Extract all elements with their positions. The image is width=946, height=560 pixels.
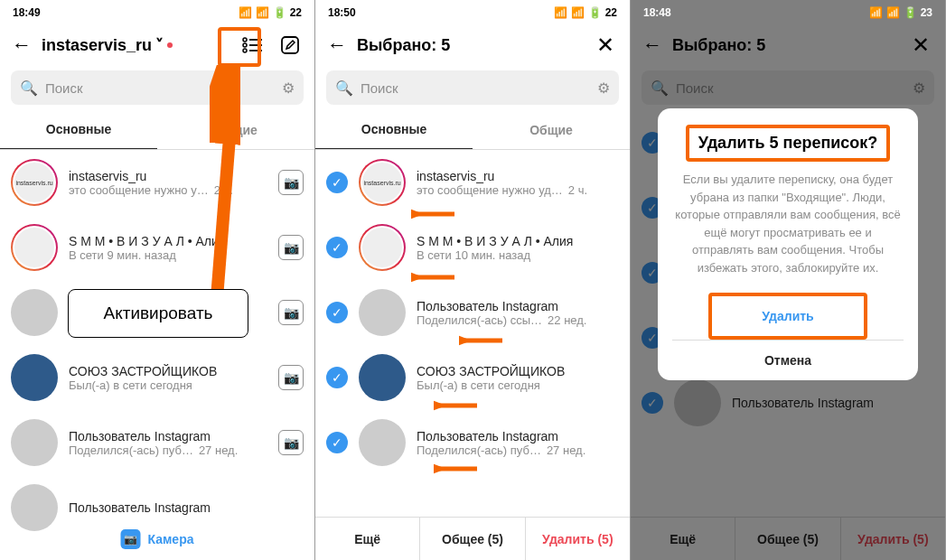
- tabs: Основные Общие: [315, 110, 630, 150]
- avatar[interactable]: [359, 419, 406, 466]
- chat-list: ✓ instaservis.ru instaservis_ruэто сообщ…: [315, 150, 630, 475]
- callout-label: Активировать: [68, 289, 248, 338]
- svg-line-7: [217, 69, 235, 298]
- wifi-icon: 📶: [571, 6, 585, 19]
- avatar[interactable]: [359, 289, 406, 336]
- svg-rect-6: [282, 37, 298, 53]
- screen-1: 18:49 📶 📶 🔋 22 ← instaservis_ru ˅ 🔍 Поис…: [0, 0, 315, 560]
- search-icon: 🔍: [335, 79, 353, 97]
- highlight-delete-btn: Удалить: [708, 293, 867, 340]
- modal-title: Удалить 5 переписок?: [689, 128, 887, 158]
- battery-icon: 🔋: [273, 6, 286, 19]
- checkbox-checked[interactable]: ✓: [326, 432, 348, 453]
- confirm-modal: Удалить 5 переписок? Если вы удалите пер…: [658, 108, 918, 380]
- header: ← Выбрано: 5 ✕: [631, 25, 945, 65]
- action-more: Ещё: [631, 518, 735, 560]
- avatar[interactable]: [359, 224, 406, 271]
- header: ← instaservis_ru ˅: [0, 25, 314, 65]
- status-bar: 18:48 📶📶🔋23: [631, 0, 945, 25]
- search-icon: 🔍: [20, 79, 38, 97]
- avatar[interactable]: [11, 354, 58, 401]
- status-icons: 📶 📶 🔋 22: [239, 6, 302, 19]
- arrow-annotation: [411, 208, 456, 220]
- status-time: 18:50: [328, 6, 356, 19]
- camera-icon[interactable]: 📷: [278, 300, 304, 325]
- tabs: Основные Общие: [0, 110, 314, 150]
- modal-text: Если вы удалите переписку, она будет убр…: [672, 171, 904, 276]
- battery-pct: 22: [290, 6, 302, 19]
- screen-2: 18:50 📶📶🔋22 ← Выбрано: 5 ✕ 🔍 Поиск ⚙ Осн…: [315, 0, 631, 560]
- chat-row[interactable]: СОЮЗ ЗАСТРОЙЩИКОВ Был(-а) в сети сегодня…: [0, 345, 314, 410]
- chat-row[interactable]: ✓ S M M • В И З У А Л • АлияВ сети 10 ми…: [315, 215, 630, 280]
- avatar[interactable]: instaservis.ru: [11, 159, 58, 206]
- action-general[interactable]: Общее (5): [420, 518, 525, 560]
- avatar[interactable]: [11, 484, 58, 531]
- status-time: 18:49: [13, 6, 41, 19]
- highlight-list-icon: [218, 27, 261, 67]
- avatar[interactable]: [11, 224, 58, 271]
- page-title: Выбрано: 5: [672, 36, 898, 55]
- back-icon[interactable]: ←: [9, 33, 34, 58]
- checkbox-checked[interactable]: ✓: [326, 172, 348, 193]
- status-bar: 18:49 📶 📶 🔋 22: [0, 0, 314, 25]
- tab-primary[interactable]: Основные: [0, 110, 157, 149]
- action-more[interactable]: Ещё: [315, 518, 420, 560]
- avatar[interactable]: [11, 419, 58, 466]
- avatar[interactable]: [359, 354, 406, 401]
- search-bar[interactable]: 🔍 Поиск ⚙: [326, 70, 619, 105]
- battery-icon: 🔋: [904, 6, 917, 19]
- arrow-annotation: [411, 271, 456, 284]
- signal-icon: 📶: [554, 6, 567, 19]
- modal-delete-button[interactable]: Удалить: [712, 296, 864, 336]
- close-icon[interactable]: ✕: [590, 30, 621, 61]
- page-title: Выбрано: 5: [357, 36, 583, 55]
- chat-row[interactable]: ✓ instaservis.ru instaservis_ruэто сообщ…: [315, 150, 630, 215]
- checkbox-checked: ✓: [642, 392, 663, 414]
- avatar[interactable]: [11, 289, 58, 336]
- status-bar: 18:50 📶📶🔋22: [315, 0, 630, 25]
- action-delete: Удалить (5): [841, 518, 945, 560]
- chat-row[interactable]: S M M • В И З У А Л • Алия В сети 9 мин.…: [0, 215, 314, 280]
- checkbox-checked[interactable]: ✓: [326, 367, 348, 388]
- status-time: 18:48: [643, 6, 671, 19]
- battery-icon: 🔋: [588, 6, 602, 19]
- wifi-icon: 📶: [886, 6, 900, 19]
- bottom-actions: Ещё Общее (5) Удалить (5): [631, 517, 945, 560]
- search-placeholder: Поиск: [45, 80, 83, 96]
- chat-row[interactable]: instaservis.ru instaservis_ru это сообще…: [0, 150, 314, 215]
- back-icon: ←: [640, 33, 665, 58]
- chat-row[interactable]: Пользователь Instagram Поделился(-ась) п…: [0, 410, 314, 475]
- tab-general[interactable]: Общие: [473, 110, 630, 149]
- chat-list: instaservis.ru instaservis_ru это сообще…: [0, 150, 314, 540]
- signal-icon: 📶: [869, 6, 883, 19]
- search-bar[interactable]: 🔍 Поиск ⚙: [11, 70, 304, 105]
- search-icon: 🔍: [651, 79, 669, 97]
- header: ← Выбрано: 5 ✕: [315, 25, 630, 65]
- filter-icon[interactable]: ⚙: [282, 79, 295, 97]
- camera-button[interactable]: 📷 Камера: [110, 524, 205, 555]
- tab-primary[interactable]: Основные: [315, 110, 473, 149]
- arrow-annotation: [434, 462, 479, 475]
- action-delete[interactable]: Удалить (5): [526, 518, 630, 560]
- filter-icon[interactable]: ⚙: [597, 79, 610, 97]
- page-title[interactable]: instaservis_ru ˅: [42, 35, 229, 55]
- avatar[interactable]: instaservis.ru: [359, 159, 406, 206]
- camera-icon[interactable]: 📷: [278, 235, 304, 260]
- camera-icon[interactable]: 📷: [278, 430, 304, 455]
- back-icon[interactable]: ←: [324, 33, 350, 58]
- camera-icon[interactable]: 📷: [278, 365, 304, 390]
- notification-dot: [167, 42, 173, 48]
- modal-cancel-button[interactable]: Отмена: [672, 340, 904, 380]
- checkbox-checked[interactable]: ✓: [326, 302, 348, 323]
- compose-icon[interactable]: [275, 30, 305, 61]
- camera-icon[interactable]: 📷: [278, 170, 304, 195]
- arrow-annotation: [459, 334, 504, 347]
- highlight-modal-title: Удалить 5 переписок?: [686, 125, 891, 162]
- filter-icon: ⚙: [913, 79, 925, 97]
- screen-3: 18:48 📶📶🔋23 ← Выбрано: 5 ✕ 🔍Поиск⚙ ✓ ✓ ✓…: [631, 0, 946, 560]
- camera-fill-icon: 📷: [121, 529, 141, 549]
- bottom-actions: Ещё Общее (5) Удалить (5): [315, 517, 630, 560]
- arrow-annotation: [434, 399, 479, 412]
- checkbox-checked[interactable]: ✓: [326, 237, 348, 258]
- arrow-annotation: [210, 65, 240, 300]
